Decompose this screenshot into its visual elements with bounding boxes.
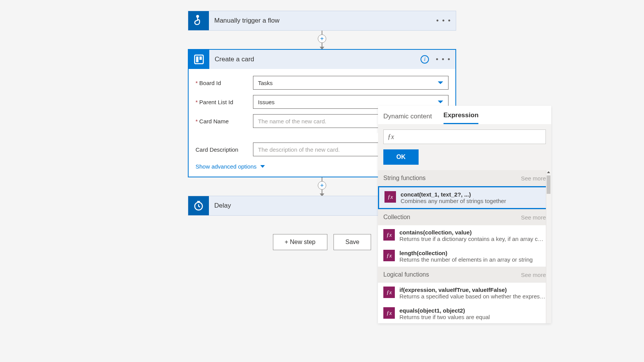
fx-icon: ƒx — [388, 133, 394, 141]
clock-icon — [188, 196, 209, 215]
see-more-collection[interactable]: See more — [521, 214, 546, 221]
svg-rect-1 — [195, 55, 204, 64]
create-card-title: Create a card — [215, 56, 415, 63]
parent-list-id-label: *Parent List Id — [196, 99, 253, 105]
fx-icon: ƒx — [384, 191, 396, 203]
card-description-label: Card Description — [196, 146, 253, 153]
section-logical-functions: Logical functions See more — [378, 267, 551, 283]
chevron-down-icon — [438, 82, 443, 84]
new-step-button[interactable]: + New step — [273, 234, 327, 250]
svg-rect-2 — [196, 57, 199, 62]
card-name-label: *Card Name — [196, 118, 253, 124]
svg-point-0 — [197, 15, 199, 17]
trigger-menu-button[interactable]: • • • — [436, 17, 451, 25]
add-step-button[interactable]: + — [318, 34, 326, 43]
trigger-step[interactable]: Manually trigger a flow • • • — [188, 11, 456, 31]
expression-input[interactable]: ƒx — [383, 129, 546, 144]
scrollbar[interactable] — [546, 170, 551, 323]
trello-icon — [189, 50, 209, 69]
create-card-menu-button[interactable]: • • • — [436, 56, 451, 64]
fx-icon: ƒx — [383, 307, 395, 319]
connector: + — [188, 31, 456, 49]
function-contains[interactable]: ƒx contains(collection, value) Returns t… — [378, 225, 551, 246]
function-length[interactable]: ƒx length(collection) Returns the number… — [378, 246, 551, 267]
fx-icon: ƒx — [383, 250, 395, 261]
add-step-button[interactable]: + — [318, 181, 326, 190]
ok-button[interactable]: OK — [383, 149, 419, 165]
tab-dynamic-content[interactable]: Dynamic content — [383, 113, 432, 124]
function-if[interactable]: ƒx if(expression, valueIfTrue, valueIfFa… — [378, 283, 551, 303]
chevron-down-icon — [260, 165, 265, 168]
section-collection: Collection See more — [378, 209, 551, 225]
fx-icon: ƒx — [383, 229, 395, 241]
board-id-label: *Board Id — [196, 80, 253, 86]
function-list[interactable]: String functions See more ƒx concat(text… — [378, 170, 551, 323]
trigger-title: Manually trigger a flow — [214, 17, 431, 25]
create-card-step-header[interactable]: Create a card i • • • — [188, 49, 456, 69]
board-id-select[interactable]: Tasks — [253, 76, 449, 90]
see-more-string[interactable]: See more — [521, 175, 546, 182]
tab-expression[interactable]: Expression — [444, 111, 479, 124]
svg-rect-3 — [199, 57, 202, 60]
info-icon[interactable]: i — [421, 55, 429, 64]
manual-trigger-icon — [188, 11, 209, 30]
function-equals[interactable]: ƒx equals(object1, object2) Returns true… — [378, 303, 551, 323]
section-string-functions: String functions See more — [378, 170, 551, 186]
expression-panel: Dynamic content Expression ƒx OK String … — [378, 106, 551, 323]
function-concat[interactable]: ƒx concat(text_1, text_2?, ...) Combines… — [378, 186, 551, 209]
fx-icon: ƒx — [383, 287, 395, 298]
chevron-down-icon — [438, 101, 443, 103]
see-more-logical[interactable]: See more — [521, 272, 546, 278]
save-button[interactable]: Save — [334, 234, 371, 250]
